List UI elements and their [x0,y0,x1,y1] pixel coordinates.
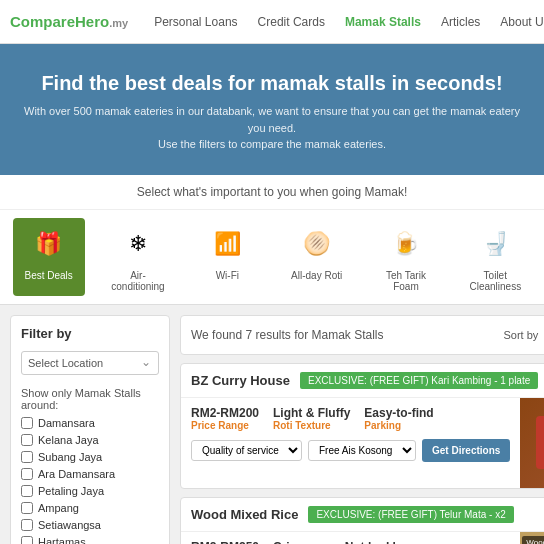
logo[interactable]: CompareHero.my [10,13,128,30]
sidebar-title: Filter by [21,326,159,341]
card-wood-stats: RM2-RM250 Price Range Crispy Roti Textur… [191,540,510,545]
chk-kelana-jaya[interactable] [21,434,33,446]
nav-mamak-stalls[interactable]: Mamak Stalls [335,15,431,29]
results-count: We found 7 results for Mamak Stalls [191,328,384,342]
stat-texture-wood-value: Crispy [273,540,331,545]
loc-damansara[interactable]: Damansara [21,417,159,429]
card-wood-body: RM2-RM250 Price Range Crispy Roti Textur… [181,532,544,545]
results-header: We found 7 results for Mamak Stalls Sort… [180,315,544,355]
directions-btn-bz[interactable]: Get Directions [422,439,510,462]
nav-articles[interactable]: Articles [431,15,490,29]
location-select-wrap: Select Location [21,351,159,375]
cat-roti-label: All-day Roti [291,270,342,281]
card-bz-header: BZ Curry House EXCLUSIVE: (FREE GIFT) Ka… [181,364,544,398]
stat-parking-wood: Not bad la Parking [345,540,403,545]
cat-aircon-label: Air-conditioning [106,270,170,292]
card-wood-mixed-rice: Wood Mixed Rice EXCLUSIVE: (FREE GIFT) T… [180,497,544,545]
filter-label: Select what's important to you when goin… [0,175,544,210]
teh-tarik-icon: 🍺 [384,222,428,266]
bz-logo: bz Curry House [536,416,544,469]
card-bz-badge: EXCLUSIVE: (FREE GIFT) Kari Kambing - 1 … [300,372,538,389]
hero-title: Find the best deals for mamak stalls in … [20,72,524,95]
sort-row: Sort by Location [504,324,545,346]
ais-select-bz[interactable]: Free Ais Kosong [308,440,416,461]
toilet-icon: 🚽 [473,222,517,266]
navbar: CompareHero.my Personal Loans Credit Car… [0,0,544,44]
hero-subtitle2: Use the filters to compare the mamak eat… [20,136,524,153]
cat-toilet[interactable]: 🚽 Toilet Cleanliness [459,218,531,296]
cat-teh-label: Teh Tarik Foam [374,270,438,292]
card-bz-name: BZ Curry House [191,373,290,388]
nav-links: Personal Loans Credit Cards Mamak Stalls… [144,8,544,36]
wifi-icon: 📶 [205,222,249,266]
location-select[interactable]: Select Location [21,351,159,375]
cat-wifi[interactable]: 📶 Wi-Fi [191,218,263,296]
card-wood-image: Wood Mixed Rice 🍚 Restaurant [520,532,544,545]
card-bz-actions: Quality of service Free Ais Kosong Get D… [191,439,510,462]
stat-texture: Light & Fluffy Roti Texture [273,406,350,431]
card-bz-curry-house: BZ Curry House EXCLUSIVE: (FREE GIFT) Ka… [180,363,544,489]
chk-setiawangsa[interactable] [21,519,33,531]
sidebar: Filter by Select Location Show only Mama… [10,315,170,545]
loc-petaling-jaya[interactable]: Petaling Jaya [21,485,159,497]
nearby-label: Show only Mamak Stalls around: [21,387,159,411]
stat-price-wood: RM2-RM250 Price Range [191,540,259,545]
sort-label: Sort by [504,329,539,341]
stat-texture-wood: Crispy Roti Texture [273,540,331,545]
cat-teh-tarik[interactable]: 🍺 Teh Tarik Foam [370,218,442,296]
nav-about-us[interactable]: About Us [490,15,544,29]
chk-ara-damansara[interactable] [21,468,33,480]
hero-section: Find the best deals for mamak stalls in … [0,44,544,175]
stat-price-value: RM2-RM200 [191,406,259,420]
stat-parking-value: Easy-to-find [364,406,433,420]
category-bar: 🎁 Best Deals ❄ Air-conditioning 📶 Wi-Fi … [0,210,544,305]
roti-icon: 🫓 [295,222,339,266]
chk-petaling-jaya[interactable] [21,485,33,497]
loc-kelana-jaya[interactable]: Kelana Jaya [21,434,159,446]
aircon-icon: ❄ [116,222,160,266]
cat-allday-roti[interactable]: 🫓 All-day Roti [281,218,353,296]
cat-best-deals[interactable]: 🎁 Best Deals [13,218,85,296]
results-content: We found 7 results for Mamak Stalls Sort… [180,315,544,545]
loc-setiawangsa[interactable]: Setiawangsa [21,519,159,531]
wood-mixed-label: Wood Mixed Rice [522,536,544,545]
location-checkbox-list: Damansara Kelana Jaya Subang Jaya Ara Da… [21,417,159,545]
card-bz-stats: RM2-RM200 Price Range Light & Fluffy Rot… [191,406,510,431]
chk-damansara[interactable] [21,417,33,429]
card-wood-badge: EXCLUSIVE: (FREE GIFT) Telur Mata - x2 [308,506,513,523]
stat-texture-label: Roti Texture [273,420,350,431]
card-bz-image: bz Curry House [520,398,544,488]
card-wood-info: RM2-RM250 Price Range Crispy Roti Textur… [181,532,520,545]
quality-select-bz[interactable]: Quality of service [191,440,302,461]
logo-suffix: .my [109,17,128,29]
main-content: Filter by Select Location Show only Mama… [0,305,544,545]
loc-subang-jaya[interactable]: Subang Jaya [21,451,159,463]
hero-subtitle1: With over 500 mamak eateries in our data… [20,103,524,136]
stat-price-wood-value: RM2-RM250 [191,540,259,545]
stat-price-label: Price Range [191,420,259,431]
loc-hartamas[interactable]: Hartamas [21,536,159,545]
chk-ampang[interactable] [21,502,33,514]
nav-credit-cards[interactable]: Credit Cards [248,15,335,29]
loc-ara-damansara[interactable]: Ara Damansara [21,468,159,480]
chk-subang-jaya[interactable] [21,451,33,463]
logo-text: CompareHero [10,13,109,30]
stat-parking-label: Parking [364,420,433,431]
cat-best-deals-label: Best Deals [24,270,72,281]
stat-parking-wood-value: Not bad la [345,540,403,545]
stat-parking: Easy-to-find Parking [364,406,433,431]
loc-ampang[interactable]: Ampang [21,502,159,514]
cat-wifi-label: Wi-Fi [216,270,239,281]
card-bz-info: RM2-RM200 Price Range Light & Fluffy Rot… [181,398,520,488]
card-bz-body: RM2-RM200 Price Range Light & Fluffy Rot… [181,398,544,488]
cat-aircon[interactable]: ❄ Air-conditioning [102,218,174,296]
nav-personal-loans[interactable]: Personal Loans [144,15,247,29]
chk-hartamas[interactable] [21,536,33,545]
best-deals-icon: 🎁 [27,222,71,266]
cat-toilet-label: Toilet Cleanliness [463,270,527,292]
stat-texture-value: Light & Fluffy [273,406,350,420]
stat-price: RM2-RM200 Price Range [191,406,259,431]
card-wood-name: Wood Mixed Rice [191,507,298,522]
card-wood-header: Wood Mixed Rice EXCLUSIVE: (FREE GIFT) T… [181,498,544,532]
